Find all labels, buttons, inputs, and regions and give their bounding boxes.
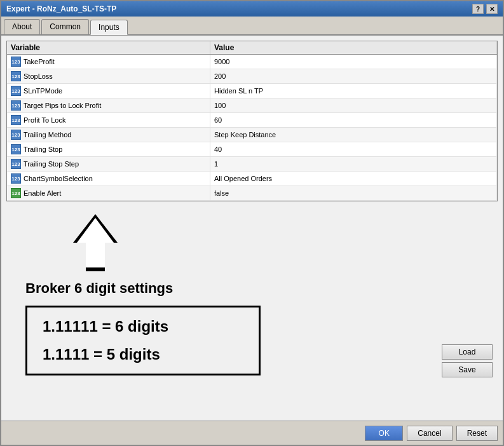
variable-cell[interactable]: 123 Trailing Stop Step [7, 157, 210, 171]
value-cell[interactable]: Hidden SL n TP [210, 84, 497, 98]
value-cell[interactable]: false [210, 186, 497, 200]
variable-value: Hidden SL n TP [214, 87, 263, 95]
variable-cell[interactable]: 123 Trailing Stop [7, 142, 210, 156]
variable-cell[interactable]: 123 TakeProfit [7, 55, 210, 69]
variable-value: All Opened Orders [214, 175, 272, 182]
value-cell[interactable]: 9000 [210, 55, 497, 69]
variable-name: ChartSymbolSelection [24, 175, 93, 182]
load-button[interactable]: Load [442, 344, 493, 360]
value-cell[interactable]: 200 [210, 69, 497, 83]
variable-value: 200 [214, 72, 226, 80]
variable-name: Enable Alert [24, 189, 61, 197]
variable-value: false [214, 189, 229, 197]
table-row: 123 Target Pips to Lock Profit 100 [7, 98, 497, 113]
main-content: Variable Value 123 TakeProfit 9000 123 S… [1, 36, 503, 421]
tab-bar: About Common Inputs [1, 17, 503, 36]
arrow-up-icon [73, 214, 118, 271]
svg-marker-1 [77, 218, 114, 267]
value-cell[interactable]: Step Keep Distance [210, 128, 497, 142]
broker-title-text: Broker 6 digit settings [25, 280, 173, 297]
variable-cell[interactable]: 123 Trailing Method [7, 128, 210, 142]
variable-cell[interactable]: 123 Profit To Lock [7, 113, 210, 127]
window-title: Expert - RoNz_Auto_SL-TS-TP [6, 4, 116, 13]
main-window: Expert - RoNz_Auto_SL-TS-TP ? ✕ About Co… [0, 0, 504, 446]
variable-cell[interactable]: 123 Enable Alert [7, 186, 210, 200]
digits-5-line: 1.1111 = 5 digits [43, 346, 243, 363]
close-button[interactable]: ✕ [486, 4, 498, 14]
value-cell[interactable]: 100 [210, 98, 497, 112]
table-row: 123 TakeProfit 9000 [7, 55, 497, 69]
table-row: 123 SLnTPMode Hidden SL n TP [7, 84, 497, 98]
col-variable-header: Variable [7, 41, 210, 54]
value-cell[interactable]: 40 [210, 142, 497, 156]
table-row: 123 Enable Alert false [7, 186, 497, 201]
row-icon: 123 [11, 130, 21, 140]
variable-value: 1 [214, 160, 218, 168]
help-button[interactable]: ? [472, 4, 484, 14]
row-icon: 123 [11, 159, 21, 169]
variable-name: Target Pips to Lock Profit [24, 102, 101, 109]
variable-value: 100 [214, 102, 226, 109]
variable-cell[interactable]: 123 Target Pips to Lock Profit [7, 98, 210, 112]
tab-common[interactable]: Common [41, 19, 89, 34]
table-row: 123 ChartSymbolSelection All Opened Orde… [7, 172, 497, 186]
row-icon: 123 [11, 173, 21, 184]
row-icon: 123 [11, 144, 21, 154]
annotation-area: Broker 6 digit settings 1.11111 = 6 digi… [6, 201, 498, 416]
table-header: Variable Value [7, 41, 497, 55]
variable-name: Profit To Lock [24, 116, 65, 124]
variable-value: 60 [214, 116, 222, 124]
variable-cell[interactable]: 123 SLnTPMode [7, 84, 210, 98]
title-bar: Expert - RoNz_Auto_SL-TS-TP ? ✕ [1, 1, 503, 17]
variable-name: SLnTPMode [24, 87, 62, 95]
value-cell[interactable]: 1 [210, 157, 497, 171]
table-row: 123 Trailing Method Step Keep Distance [7, 128, 497, 142]
cancel-button[interactable]: Cancel [407, 426, 452, 441]
digits-info-box: 1.11111 = 6 digits 1.1111 = 5 digits [25, 306, 261, 375]
variable-value: Step Keep Distance [214, 131, 276, 139]
reset-button[interactable]: Reset [456, 426, 498, 441]
variable-name: Trailing Stop [24, 145, 62, 153]
variable-name: TakeProfit [24, 58, 55, 65]
ok-button[interactable]: OK [365, 426, 403, 441]
table-row: 123 Profit To Lock 60 [7, 113, 497, 128]
digits-6-line: 1.11111 = 6 digits [43, 318, 243, 335]
title-bar-buttons: ? ✕ [472, 4, 498, 14]
tab-about[interactable]: About [4, 19, 40, 34]
row-icon: 123 [11, 86, 21, 96]
side-buttons: Load Save [442, 344, 493, 377]
row-icon: 123 [11, 188, 21, 198]
row-icon: 123 [11, 71, 21, 81]
parameters-table: Variable Value 123 TakeProfit 9000 123 S… [6, 41, 498, 201]
table-row: 123 Trailing Stop 40 [7, 142, 497, 157]
footer-bar: OK Cancel Reset [1, 421, 503, 445]
variable-value: 9000 [214, 58, 229, 65]
value-cell[interactable]: All Opened Orders [210, 172, 497, 186]
variable-name: Trailing Stop Step [24, 160, 79, 168]
variable-cell[interactable]: 123 ChartSymbolSelection [7, 172, 210, 186]
row-icon: 123 [11, 100, 21, 111]
variable-name: StopLoss [24, 72, 53, 80]
row-icon: 123 [11, 115, 21, 125]
variable-cell[interactable]: 123 StopLoss [7, 69, 210, 83]
save-button[interactable]: Save [442, 362, 493, 377]
variable-name: Trailing Method [24, 131, 71, 139]
table-row: 123 StopLoss 200 [7, 69, 497, 84]
table-body: 123 TakeProfit 9000 123 StopLoss 200 123… [7, 55, 497, 201]
tab-inputs[interactable]: Inputs [90, 20, 128, 35]
value-cell[interactable]: 60 [210, 113, 497, 127]
table-row: 123 Trailing Stop Step 1 [7, 157, 497, 172]
variable-value: 40 [214, 145, 222, 153]
row-icon: 123 [11, 57, 21, 67]
col-value-header: Value [210, 41, 497, 54]
